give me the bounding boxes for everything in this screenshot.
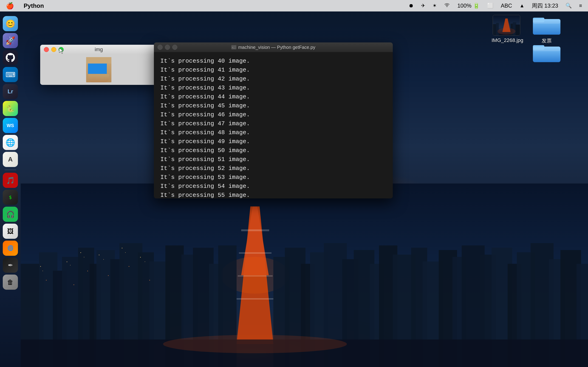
dock-item-netease[interactable]: 🎵 [3, 173, 18, 188]
terminal-line-9: It`s processing 49 image. [160, 137, 386, 146]
dock-item-github[interactable] [3, 50, 18, 65]
cityscape-svg [21, 184, 588, 367]
terminal-title: >_ machine_vision — Python getFace.py [231, 45, 315, 50]
terminal-line-1: It`s processing 41 image. [160, 66, 386, 75]
img-window-maximize[interactable] [59, 47, 64, 52]
svg-rect-50 [67, 261, 67, 262]
dock-item-launchpad[interactable]: 🚀 [3, 33, 18, 48]
dock: 😊 🚀 ⌨ Lr 🐍 WS 🌐 [0, 11, 21, 367]
terminal-line-8: It`s processing 48 image. [160, 128, 386, 137]
battery-indicator[interactable]: 100% 🔋 [456, 2, 481, 9]
svg-rect-57 [125, 252, 126, 253]
svg-rect-74 [515, 25, 520, 35]
time-machine-icon[interactable]: ▲ [518, 2, 526, 9]
fapiao-folder-icon [533, 15, 561, 35]
menubar-right: ⏺ ✈ ✶ 100% 🔋 ⬜ ABC [407, 2, 583, 10]
svg-point-67 [163, 335, 347, 353]
terminal-line-4: It`s processing 44 image. [160, 92, 386, 101]
control-center-icon[interactable]: ≡ [578, 2, 583, 9]
terminal-line-5: It`s processing 45 image. [160, 101, 386, 110]
face-forehead [86, 57, 111, 64]
terminal-window[interactable]: >_ machine_vision — Python getFace.py It… [154, 42, 393, 198]
svg-rect-16 [241, 229, 269, 231]
dock-item-finder[interactable]: 😊 [3, 16, 18, 31]
send-icon[interactable]: ✈ [420, 2, 426, 9]
terminal-line-14: It`s processing 54 image. [160, 182, 386, 191]
svg-rect-48 [40, 266, 41, 267]
svg-rect-54 [99, 255, 99, 255]
img-window-titlebar: img [40, 45, 157, 54]
dock-item-chrome[interactable]: 🌐 [3, 135, 18, 150]
screen-mirror-icon[interactable]: ⬜ [486, 2, 495, 9]
terminal-line-10: It`s processing 50 image. [160, 146, 386, 155]
bluetooth-icon[interactable]: ✶ [431, 2, 438, 9]
svg-rect-70 [493, 24, 496, 35]
svg-rect-79 [533, 19, 561, 24]
svg-rect-64 [129, 266, 129, 267]
terminal-line-11: It`s processing 51 image. [160, 155, 386, 164]
svg-rect-82 [533, 47, 561, 51]
svg-rect-61 [73, 284, 74, 285]
svg-rect-60 [46, 280, 47, 281]
img-window-content [40, 54, 157, 85]
input-source[interactable]: ABC [499, 2, 513, 9]
svg-rect-58 [140, 257, 141, 258]
svg-rect-71 [496, 23, 499, 35]
dock-item-trash[interactable]: 🗑 [3, 275, 18, 290]
app-name[interactable]: Python [22, 2, 45, 10]
dock-item-fontbook[interactable]: A [3, 152, 18, 167]
terminal-close[interactable] [157, 45, 163, 50]
desktop-icon-folder2[interactable] [531, 40, 563, 65]
img-window[interactable]: img [40, 45, 157, 85]
apple-menu[interactable]: 🍎 [5, 2, 15, 10]
img-window-close[interactable] [44, 47, 49, 52]
terminal-content[interactable]: It`s processing 40 image. It`s processin… [154, 52, 393, 198]
dock-item-webstorm[interactable]: WS [3, 118, 18, 133]
svg-rect-49 [43, 271, 43, 271]
svg-rect-55 [103, 259, 104, 260]
svg-rect-19 [237, 298, 274, 300]
spotlight-icon[interactable]: 🔍 [564, 2, 573, 9]
record-icon[interactable]: ⏺ [407, 2, 415, 9]
svg-point-75 [498, 28, 516, 35]
svg-rect-53 [84, 257, 84, 257]
svg-rect-62 [87, 271, 88, 271]
menubar: 🍎 Python ⏺ ✈ ✶ 100% 🔋 [0, 0, 588, 11]
face-detection-rect [88, 64, 107, 74]
dock-item-terminal[interactable]: $ [3, 190, 18, 205]
dock-item-vscode[interactable]: ⌨ [3, 67, 18, 82]
svg-rect-52 [80, 252, 81, 253]
dock-item-ink[interactable]: ✒ [3, 258, 18, 273]
dock-item-lightroom[interactable]: Lr [3, 84, 18, 99]
terminal-titlebar: >_ machine_vision — Python getFace.py [154, 42, 393, 52]
terminal-line-13: It`s processing 53 image. [160, 173, 386, 182]
face-chin [88, 74, 109, 82]
folder2-icon [533, 42, 561, 63]
terminal-line-0: It`s processing 40 image. [160, 57, 386, 66]
wifi-icon[interactable] [443, 2, 451, 9]
svg-rect-56 [122, 248, 122, 248]
desktop: 🍎 Python ⏺ ✈ ✶ 100% 🔋 [0, 0, 588, 367]
menubar-left: 🍎 Python [5, 2, 45, 10]
desktop-icon-img2268[interactable]: IMG_2268.jpg [489, 13, 524, 46]
img-window-minimize[interactable] [51, 47, 56, 52]
dock-item-pycharm[interactable]: 🐍 [3, 101, 18, 116]
menubar-time: 周四 13:23 [530, 2, 560, 10]
battery-pct-label: 100% [457, 2, 471, 9]
dock-item-spotify[interactable]: 🎧 [3, 207, 18, 222]
terminal-minimize[interactable] [165, 45, 170, 50]
terminal-line-12: It`s processing 52 image. [160, 164, 386, 173]
face-image [86, 57, 111, 82]
img2268-label: IMG_2268.jpg [492, 37, 521, 43]
dock-item-vpn[interactable]: 🌀 [3, 241, 18, 256]
terminal-line-3: It`s processing 43 image. [160, 83, 386, 92]
svg-rect-17 [239, 252, 271, 254]
terminal-line-7: It`s processing 47 image. [160, 119, 386, 128]
terminal-line-6: It`s processing 46 image. [160, 110, 386, 119]
dock-separator [5, 170, 16, 170]
terminal-line-15: It`s processing 55 image. [160, 191, 386, 198]
dock-item-preview[interactable]: 🖼 [3, 224, 18, 239]
terminal-title-text: machine_vision — Python getFace.py [238, 45, 315, 50]
terminal-maximize[interactable] [172, 45, 177, 50]
svg-rect-59 [145, 261, 145, 262]
